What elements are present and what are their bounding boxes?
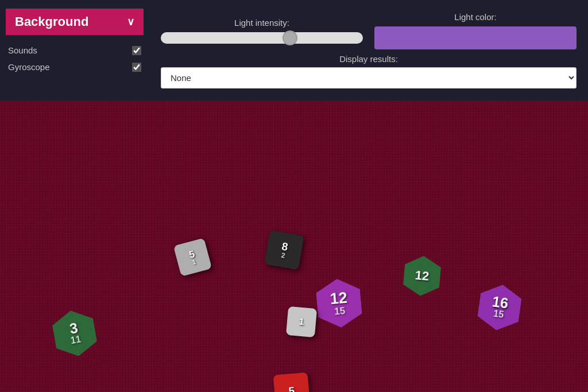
light-color-swatch[interactable] <box>374 26 577 49</box>
die-d6[interactable]: 311 <box>48 307 102 360</box>
die-d1[interactable]: 51 <box>173 238 212 276</box>
die-d8[interactable]: 5 <box>273 372 310 392</box>
dice-area[interactable]: 5182121215131116155855 <box>0 101 588 392</box>
left-panel: Background ∨ Sounds Gyroscope <box>0 6 149 95</box>
die-number-d7: 1615 <box>490 295 509 320</box>
light-color-section: Light color: <box>374 12 577 49</box>
light-intensity-section: Light intensity: <box>161 18 363 44</box>
gyroscope-checkbox[interactable] <box>132 63 141 72</box>
top-controls-row: Light intensity: Light color: <box>161 12 577 49</box>
die-number-d2: 82 <box>280 241 289 259</box>
sounds-row: Sounds <box>6 42 144 59</box>
light-intensity-label: Light intensity: <box>234 18 289 28</box>
background-button[interactable]: Background ∨ <box>6 9 144 35</box>
right-panel: Light intensity: Light color: Display re… <box>149 6 588 95</box>
die-d4[interactable]: 1215 <box>312 276 365 329</box>
gyroscope-row: Gyroscope <box>6 59 144 75</box>
die-number-d6: 311 <box>68 321 82 345</box>
display-results-select[interactable]: None Sum Individual Sum + Individual <box>161 67 577 89</box>
die-number-d3: 12 <box>415 269 430 283</box>
die-number-d5: 1 <box>299 317 304 327</box>
die-d2[interactable]: 82 <box>264 230 304 270</box>
die-number-d4: 1215 <box>330 290 349 316</box>
display-results-section: Display results: None Sum Individual Sum… <box>161 54 577 89</box>
die-d3[interactable]: 12 <box>400 254 444 298</box>
control-bar: Background ∨ Sounds Gyroscope Light inte… <box>0 0 588 101</box>
light-color-label: Light color: <box>454 12 496 22</box>
display-results-label: Display results: <box>339 54 398 64</box>
die-number-d8: 5 <box>288 385 295 392</box>
die-number-d1: 51 <box>188 249 197 266</box>
sounds-checkbox[interactable] <box>132 46 141 55</box>
gyroscope-label: Gyroscope <box>8 62 50 72</box>
die-d7[interactable]: 1615 <box>474 282 525 333</box>
background-label: Background <box>15 14 88 29</box>
die-d5[interactable]: 1 <box>286 306 317 337</box>
sounds-label: Sounds <box>8 45 37 55</box>
light-intensity-slider[interactable] <box>161 32 363 44</box>
chevron-down-icon: ∨ <box>127 16 134 28</box>
